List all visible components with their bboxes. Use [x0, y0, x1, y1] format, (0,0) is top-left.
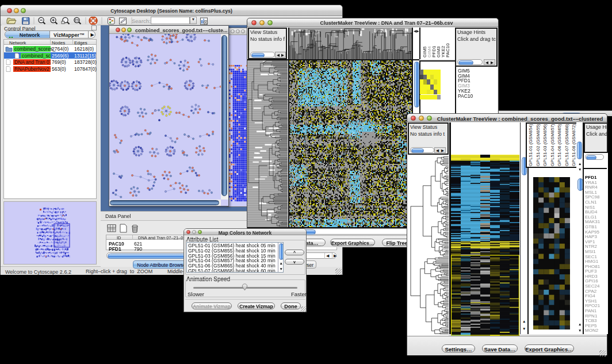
svg-text:GPL51-04 (GSM857): GPL51-04 (GSM857) — [550, 124, 555, 166]
svg-text:GPL51-06 (GSM865): GPL51-06 (GSM865) — [557, 124, 562, 166]
svg-text:GPL51-07 (GSM868): GPL51-07 (GSM868) — [564, 124, 569, 166]
svg-text:GPL51-08 (GSM872): GPL51-08 (GSM872) — [571, 124, 576, 166]
svg-text:PAC10: PAC10 — [445, 43, 450, 58]
svg-text:GPL51-01 (GSM854): GPL51-01 (GSM854) — [528, 124, 533, 166]
svg-text:GPL51-02 (GSM855): GPL51-02 (GSM855) — [536, 124, 541, 166]
svg-text:GPL51-03 (GSM856): GPL51-03 (GSM856) — [542, 124, 548, 166]
